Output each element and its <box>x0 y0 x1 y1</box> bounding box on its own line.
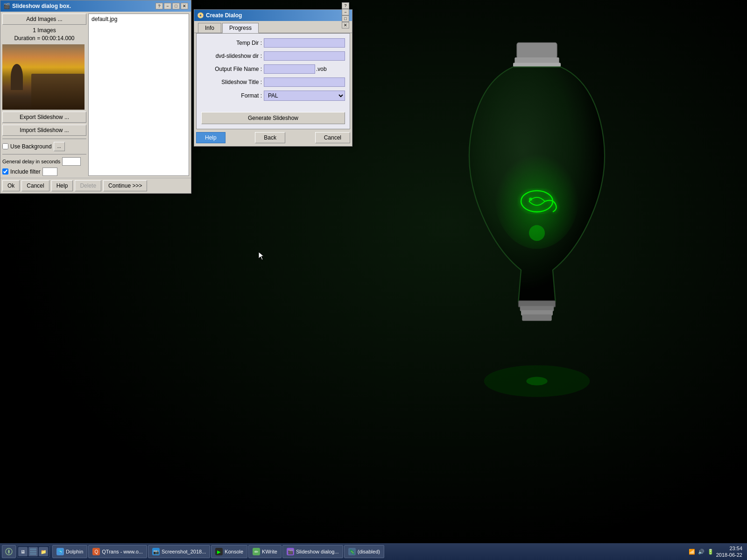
add-images-button[interactable]: Add Images ... <box>2 14 86 25</box>
import-slideshow-button[interactable]: Import Slideshow ... <box>2 125 86 136</box>
images-count: 1 Images <box>2 27 86 35</box>
slideshow-title-input[interactable]: My Slideshow <box>264 77 345 87</box>
tab-info[interactable]: Info <box>198 23 221 33</box>
kwrite-app-label: KWrite <box>262 549 277 554</box>
general-delay-input[interactable]: 5 <box>62 157 81 166</box>
start-button[interactable] <box>2 545 16 558</box>
output-file-name-input[interactable]: slideshow000 <box>264 64 315 74</box>
qtrans-app-icon: Q <box>92 548 100 555</box>
taskbar-app-disabled[interactable]: 🦎 (disabled) <box>344 545 384 558</box>
create-dialog-maximize-icon[interactable]: □ <box>342 15 349 22</box>
system-tray: 📶 🔊 🔋 23:54 2018-06-22 <box>685 545 745 559</box>
create-dialog-bottom-buttons: Help Back Cancel <box>194 129 352 146</box>
maximize-icon[interactable]: □ <box>172 3 180 9</box>
slideshow-title-label: Slideshow Title : <box>201 79 262 85</box>
create-dialog-title: Create Dialog <box>206 12 242 19</box>
format-label: Format : <box>201 92 262 99</box>
export-slideshow-button[interactable]: Export Slideshow ... <box>2 112 86 123</box>
output-file-name-row: Output File Name : slideshow000 .vob <box>201 64 345 74</box>
taskbar-app-screenshot[interactable]: 📷 Screenshot_2018... <box>148 545 210 558</box>
svg-point-5 <box>529 197 532 201</box>
ok-button[interactable]: Ok <box>2 180 20 191</box>
taskbar-app-dolphin[interactable]: 🐬 Dolphin <box>52 545 87 558</box>
screenshot-app-label: Screenshot_2018... <box>162 549 206 554</box>
output-file-name-label: Output File Name : <box>201 66 262 72</box>
svg-point-12 <box>526 377 547 385</box>
kwrite-app-icon: ✏ <box>253 548 260 555</box>
images-info: 1 Images Duration = 00:00:14.000 <box>2 27 86 42</box>
quick-launch: 🖥 📁 <box>17 546 49 558</box>
svg-rect-10 <box>522 315 551 321</box>
taskbar-app-qtrans[interactable]: Q QTrans - www.o... <box>88 545 147 558</box>
delete-button[interactable]: Delete <box>75 180 101 191</box>
network-icon[interactable]: 📶 <box>688 548 696 555</box>
clock-time: 23:54 <box>716 545 742 552</box>
dolphin-app-label: Dolphin <box>66 549 83 554</box>
taskbar-apps: 🐬 Dolphin Q QTrans - www.o... 📷 Screensh… <box>52 545 684 558</box>
minimize-icon[interactable]: − <box>164 3 171 9</box>
create-dialog-help-icon[interactable]: ? <box>342 2 349 9</box>
desktop-wallpaper <box>420 37 700 457</box>
list-item[interactable]: default.jpg <box>90 15 188 23</box>
file-list-panel: default.jpg <box>88 14 189 176</box>
quick-icon-2[interactable] <box>28 547 38 556</box>
create-dialog-help-button[interactable]: Help <box>196 132 226 143</box>
disabled-app-icon: 🦎 <box>348 548 356 555</box>
battery-icon[interactable]: 🔋 <box>707 548 714 555</box>
general-delay-row: General delay in seconds 5 <box>2 157 86 166</box>
background-browse-button[interactable]: ... <box>54 142 65 151</box>
output-file-name-group: slideshow000 .vob <box>264 64 345 74</box>
tab-progress[interactable]: Progress <box>222 23 259 33</box>
taskbar-clock[interactable]: 23:54 2018-06-22 <box>716 545 742 559</box>
create-dialog-minimize-icon[interactable]: − <box>342 9 349 15</box>
slideshow-app-label: Slideshow dialog... <box>296 549 339 554</box>
use-background-row: Use Background ... <box>2 142 86 151</box>
svg-rect-0 <box>517 42 557 58</box>
generate-slideshow-button[interactable]: Generate Slideshow <box>201 112 345 124</box>
help-button[interactable]: Help <box>51 180 73 191</box>
taskbar: 🖥 📁 🐬 Dolphin Q QTrans - www.o... 📷 Scre… <box>0 543 747 560</box>
create-dialog-back-button[interactable]: Back <box>255 132 285 143</box>
dialog-tabs: Info Progress <box>194 21 352 33</box>
quick-icon-1[interactable]: 🖥 <box>18 547 28 556</box>
thumbnail-image <box>2 44 85 110</box>
include-filter-input[interactable]: 3 <box>42 168 57 176</box>
konsole-app-label: Konsole <box>225 549 243 554</box>
include-filter-checkbox[interactable] <box>2 168 8 175</box>
continue-button[interactable]: Continue >>> <box>103 180 147 191</box>
close-icon[interactable]: ✕ <box>181 3 188 9</box>
taskbar-app-konsole[interactable]: ▶ Konsole <box>211 545 247 558</box>
dvd-slideshow-dir-row: dvd-slideshow dir : /usr/share/qdvdautho… <box>201 51 345 61</box>
quick-icon-3[interactable]: 📁 <box>39 547 48 556</box>
slideshow-title-row: Slideshow Title : My Slideshow <box>201 77 345 87</box>
taskbar-app-slideshow[interactable]: 🎬 Slideshow dialog... <box>282 545 343 558</box>
slideshow-dialog: 🎬 Slideshow dialog box. ? − □ ✕ Add Imag… <box>0 0 191 194</box>
taskbar-app-kwrite[interactable]: ✏ KWrite <box>248 545 282 558</box>
disabled-app-label: (disabled) <box>358 549 380 554</box>
help-icon[interactable]: ? <box>155 3 163 9</box>
dolphin-app-icon: 🐬 <box>56 548 64 555</box>
create-dialog: 📀 Create Dialog ? − □ ✕ Info Progress Te… <box>194 9 352 147</box>
create-dialog-close-icon[interactable]: ✕ <box>342 22 349 28</box>
dvd-slideshow-dir-label: dvd-slideshow dir : <box>201 53 262 59</box>
dvd-slideshow-dir-input[interactable]: /usr/share/qdvdauthor <box>264 51 345 61</box>
clock-date: 2018-06-22 <box>716 552 742 558</box>
format-row: Format : PAL NTSC <box>201 91 345 101</box>
create-dialog-cancel-button[interactable]: Cancel <box>315 132 350 143</box>
include-filter-label: Include filter <box>10 168 41 175</box>
include-filter-row: Include filter 3 <box>2 168 86 176</box>
dialog-bottom-buttons: Ok Cancel Help Delete Continue >>> <box>0 178 191 193</box>
temp-dir-input[interactable]: /tmp <box>264 38 345 48</box>
dialog-content: Temp Dir : /tmp dvd-slideshow dir : /usr… <box>196 33 350 129</box>
use-background-checkbox[interactable] <box>2 143 8 149</box>
format-select[interactable]: PAL NTSC <box>264 91 345 101</box>
qtrans-app-label: QTrans - www.o... <box>102 549 143 554</box>
audio-icon[interactable]: 🔊 <box>698 548 705 555</box>
slideshow-app-icon: 🎬 <box>287 548 294 555</box>
temp-dir-row: Temp Dir : /tmp <box>201 38 345 48</box>
cancel-button[interactable]: Cancel <box>21 180 49 191</box>
thumbnail-box <box>2 44 85 110</box>
screenshot-app-icon: 📷 <box>152 548 160 555</box>
svg-rect-2 <box>513 63 561 67</box>
use-background-label: Use Background <box>10 143 52 150</box>
